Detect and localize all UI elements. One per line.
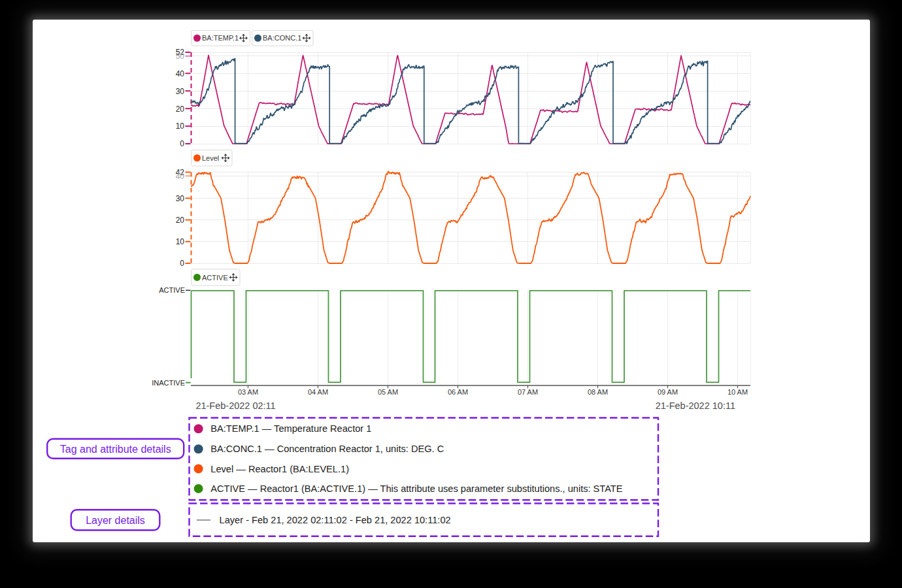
svg-text:21-Feb-2022 10:11: 21-Feb-2022 10:11 <box>656 400 735 411</box>
svg-text:04 AM: 04 AM <box>308 388 328 396</box>
svg-text:Level — Reactor1 (BA:LEVEL.1): Level — Reactor1 (BA:LEVEL.1) <box>210 464 349 474</box>
svg-text:10 AM: 10 AM <box>727 388 748 396</box>
svg-text:21-Feb-2022 02:11: 21-Feb-2022 02:11 <box>195 400 275 411</box>
svg-text:30: 30 <box>176 194 185 203</box>
svg-text:Level: Level <box>202 154 219 162</box>
svg-text:10: 10 <box>176 237 185 246</box>
svg-text:BA:TEMP.1: BA:TEMP.1 <box>202 34 239 42</box>
svg-text:ACTIVE: ACTIVE <box>202 274 228 282</box>
svg-text:06 AM: 06 AM <box>448 388 468 396</box>
svg-text:07 AM: 07 AM <box>518 388 538 396</box>
svg-text:20: 20 <box>176 216 185 225</box>
svg-text:BA:CONC.1 — Concentration Reac: BA:CONC.1 — Concentration Reactor 1, uni… <box>210 444 444 454</box>
svg-text:08 AM: 08 AM <box>588 388 608 396</box>
svg-text:0: 0 <box>180 139 184 148</box>
svg-text:ACTIVE — Reactor1 (BA:ACTIVE.1: ACTIVE — Reactor1 (BA:ACTIVE.1) — This a… <box>210 483 622 494</box>
svg-text:Layer - Feb 21, 2022 02:11:02: Layer - Feb 21, 2022 02:11:02 - Feb 21, … <box>220 515 451 525</box>
svg-text:Tag and attribute details: Tag and attribute details <box>60 444 171 455</box>
svg-text:ACTIVE: ACTIVE <box>159 286 185 294</box>
svg-text:40: 40 <box>176 172 185 181</box>
svg-text:03 AM: 03 AM <box>238 388 258 396</box>
svg-text:INACTIVE: INACTIVE <box>152 379 185 387</box>
svg-text:05 AM: 05 AM <box>378 388 398 396</box>
svg-text:30: 30 <box>176 87 185 96</box>
svg-text:10: 10 <box>176 122 185 131</box>
svg-text:Layer details: Layer details <box>86 515 145 526</box>
svg-text:50: 50 <box>176 52 185 61</box>
svg-text:0: 0 <box>180 259 184 268</box>
svg-text:BA:CONC.1: BA:CONC.1 <box>263 34 301 42</box>
svg-text:20: 20 <box>176 105 185 114</box>
svg-text:BA:TEMP.1 — Temperature Reacto: BA:TEMP.1 — Temperature Reactor 1 <box>210 423 371 434</box>
svg-text:09 AM: 09 AM <box>658 388 678 396</box>
svg-text:40: 40 <box>176 69 185 78</box>
